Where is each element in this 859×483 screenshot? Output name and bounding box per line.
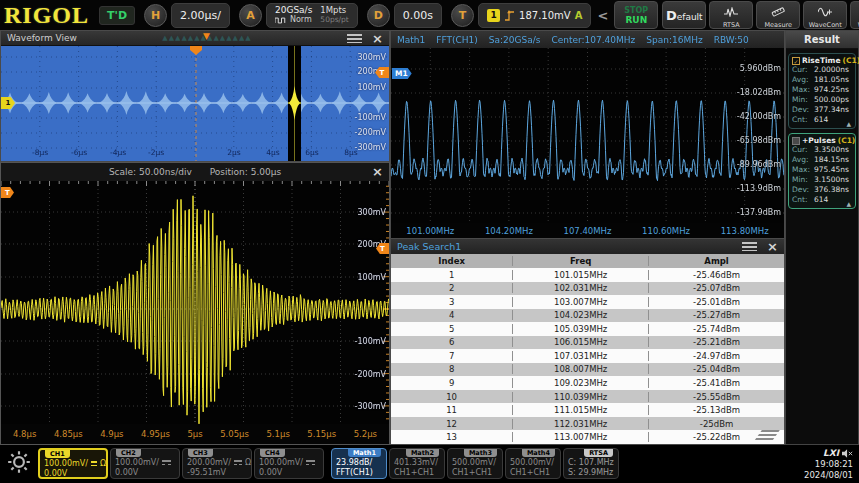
fft-plot-area[interactable]: M1 5.960dBm-18.02dBm-42.00dBm-65.98dBm-8… [391,48,784,223]
toolbar-scroll-left[interactable]: < [595,8,610,23]
acquire-box[interactable]: 20GSa/s Norm 1Mpts 50ps/pt [266,3,358,28]
trigger-position-icon[interactable]: ▼ [203,32,211,41]
menu-icon[interactable] [742,242,757,251]
measurement-block[interactable]: ✓RiseTime(C1)Cur:2.0000nsAvg:181.05nsMax… [788,53,856,129]
default-button[interactable]: Default [662,1,706,29]
peak-table-row[interactable]: 6106.015MHz-25.21dBm [391,336,784,350]
peak-table-body: 1101.015MHz-25.46dBm2102.031MHz-25.07dBm… [391,268,784,444]
math-box-math4[interactable]: Math4500.00mV/CH1+CH1 [505,448,561,479]
trigger-level: 187.10mV [519,10,571,21]
y-axis-label: -137.9dBm [737,208,781,217]
delay-box[interactable]: 0.00s [394,3,442,28]
stat-label: Cur: [792,145,814,155]
channel-box-ch4[interactable]: CH4100.00mV/0.00V [254,448,324,479]
zoom-window-header[interactable]: Scale: 50.00ns/div Position: 5.00μs × [1,163,389,182]
peak-table-row[interactable]: 5105.039MHz-25.74dBm [391,322,784,336]
acquire-knob[interactable]: A [239,4,262,27]
peak-table-row[interactable]: 7107.031MHz-24.97dBm [391,349,784,363]
math-tab: Math3 [464,449,497,457]
peak-table-row[interactable]: 3103.007MHz-25.01dBm [391,295,784,309]
close-icon[interactable]: × [372,165,383,178]
measurement-row: Cur:2.0000ns [792,65,852,75]
stat-value: 975.45ns [814,165,849,175]
stat-label: Avg: [792,75,814,85]
y-axis-label: -300mV [355,143,386,152]
peak-table-row[interactable]: 4104.023MHz-25.27dBm [391,309,784,323]
measure-button[interactable]: Measure [756,1,800,29]
close-icon[interactable]: × [372,32,383,45]
peak-table-row[interactable]: 2102.031MHz-25.07dBm [391,282,784,296]
risetime-meas-icon: ✓ [792,57,800,65]
stat-value: 181.05ns [814,75,849,85]
stat-label: Min: [792,95,814,105]
cell-freq: 111.015MHz [512,405,648,415]
waveform-canvas[interactable] [1,46,389,161]
channel-tab: CH3 [188,449,213,457]
measurement-block[interactable]: +Pulses(C1)Cur:3.3500nsAvg:184.15nsMax:9… [788,133,856,209]
oscilloscope-app: RIGOL T'D H 2.00μs/ A 20GSa/s Norm 1Mpts… [0,0,859,483]
peak-table-row[interactable]: 1101.015MHz-25.46dBm [391,268,784,282]
waveform-plot-area[interactable]: 300mV200mV100mV-100mV-200mV-300mV 1 T [1,46,389,161]
trigger-knob[interactable]: T [451,4,474,27]
channel-offset: 0.00V [111,468,179,478]
zoom-waveform-canvas[interactable] [1,181,389,424]
delay-knob[interactable]: D [367,4,390,27]
measurement-row: Dev:377.34ns [792,105,852,115]
math1-marker[interactable]: M1 [392,68,412,79]
speaker-muted-icon[interactable] [842,449,853,458]
run-stop-button[interactable]: STOP RUN [614,1,658,29]
waveform-view-titlebar[interactable]: Waveform View ▲▲▲▲▲▲▲▲▲▲▲▲▲▲▼ × [1,31,389,46]
fft-header[interactable]: Math1FFT(CH1)Sa:20GSa/sCenter:107.40MHzS… [391,31,784,48]
scale-value: 200.00mV/ [187,457,231,468]
cell-index: 11 [391,405,512,415]
cell-index: 10 [391,392,512,402]
peak-table-row[interactable]: 13113.007MHz-25.22dBm [391,430,784,444]
fft-header-items: Math1FFT(CH1)Sa:20GSa/sCenter:107.40MHzS… [397,35,749,45]
cell-ampl: -24.97dBm [648,351,784,361]
stat-label: Avg: [792,155,814,165]
channel-scale: 100.00mV/ [255,457,323,468]
peak-table-row[interactable]: 9109.023MHz-25.41dBm [391,376,784,390]
cell-freq: 103.007MHz [512,297,648,307]
horizontal-knob[interactable]: H [144,4,167,27]
math-box-math2[interactable]: Math2401.33mV/CH1+CH1 [389,448,445,479]
cell-ampl: -25.27dBm [648,310,784,320]
trigger-box[interactable]: 1 187.10mV A [478,3,591,28]
y-axis-label: -18.02dBm [737,88,781,97]
rising-edge-icon [504,9,515,22]
x-axis-label: 104.20MHz [470,226,549,236]
cell-index: 4 [391,310,512,320]
x-axis-label: 4.8μs [13,429,36,439]
zoom-plot-area[interactable]: 300mV200mV100mV-100mV-200mV-300mV T T [1,181,389,424]
peak-search-titlebar[interactable]: Peak Search1 × [391,239,784,254]
math-box-math3[interactable]: Math3500.00mV/CH1+CH1 [447,448,503,479]
timebase-strip[interactable]: ▲▲▲▲▲▲▲▲▲▲▲▲▲▲▼ [162,34,251,43]
fft-canvas[interactable] [391,48,784,223]
stat-value: 377.34ns [814,105,849,115]
collapse-icon[interactable]: ▲ [846,200,851,207]
close-icon[interactable]: × [767,240,778,253]
rtsa-button[interactable]: RTSA [709,1,753,29]
stat-value: 974.25ns [814,85,849,95]
wavecont-button[interactable]: WaveCont [803,1,847,29]
peak-table-row[interactable]: 10110.039MHz-25.55dBm [391,390,784,404]
peak-table-row[interactable]: 12112.031MHz-25dBm [391,417,784,431]
collapse-icon[interactable]: ▲ [846,120,851,127]
rtsa-center: C: 107.MHz [564,457,618,468]
math-scale: 23.98dB/ [332,457,386,468]
windows-button[interactable]: Windows [850,1,859,29]
channel-box-ch3[interactable]: CH3200.00mV/Ω-95.51mV [182,448,252,479]
menu-icon[interactable] [347,34,362,43]
channel-box-ch1[interactable]: CH1100.00mV/Ω0.00V [38,448,108,479]
gear-icon[interactable] [3,445,35,479]
peak-table-row[interactable]: 8108.007MHz-25.04dBm [391,363,784,377]
horizontal-scale-box[interactable]: 2.00μs/ [171,3,230,28]
peak-table-row[interactable]: 11111.015MHz-25.13dBm [391,403,784,417]
stat-label: Dev: [792,185,814,195]
math-box-math1[interactable]: Math123.98dB/FFT(CH1) [331,448,387,479]
y-axis-label: -100mV [355,113,386,122]
default-label: Default [666,8,703,23]
rtsa-box[interactable]: RTSA C: 107.MHz S: 29.9MHz [563,448,619,479]
channel-box-ch2[interactable]: CH2100.00mV/0.00V [110,448,180,479]
fft-header-item: FFT(CH1) [436,35,478,45]
